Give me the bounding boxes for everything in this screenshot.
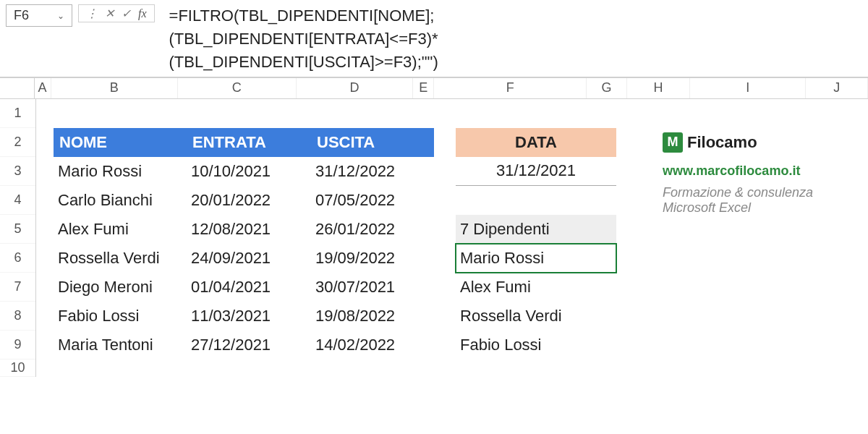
table-row: Mario Rossi 10/10/2021 31/12/2022 31/12/…: [36, 157, 868, 186]
col-header[interactable]: D: [297, 78, 414, 98]
cell[interactable]: Rossella Verdi: [54, 244, 187, 273]
cell[interactable]: Maria Tentoni: [54, 331, 187, 359]
col-header[interactable]: H: [627, 78, 691, 98]
data-header[interactable]: DATA: [456, 128, 616, 157]
formula-line: =FILTRO(TBL_DIPENDENTI[NOME];: [169, 4, 438, 27]
tagline: Formazione & consulenza Microsoft Excel: [658, 186, 868, 215]
table-row: [36, 99, 868, 128]
cell[interactable]: [36, 331, 54, 359]
cell[interactable]: Diego Meroni: [54, 273, 187, 302]
cell[interactable]: [616, 128, 658, 157]
cell[interactable]: 27/12/2021: [187, 331, 311, 359]
formula-bar-buttons: ⋮ ✕ ✓ fx: [78, 4, 155, 22]
table-row: Fabio Lossi 11/03/2021 19/08/2022 Rossel…: [36, 302, 868, 331]
cell[interactable]: 31/12/2022: [311, 157, 434, 186]
cell[interactable]: 20/01/2022: [187, 186, 311, 215]
row-header[interactable]: 5: [0, 215, 35, 244]
spreadsheet-grid: A B C D E F G H I J 1 2 3 4 5 6 7 8 9 10: [0, 77, 868, 377]
confirm-icon[interactable]: ✓: [119, 7, 134, 20]
select-all-corner[interactable]: [0, 78, 35, 98]
table-row: Carlo Bianchi 20/01/2022 07/05/2022 Form…: [36, 186, 868, 215]
cell[interactable]: [616, 157, 658, 186]
cell[interactable]: [434, 273, 456, 302]
col-header[interactable]: J: [806, 78, 868, 98]
fx-icon[interactable]: fx: [135, 7, 150, 20]
count-label[interactable]: 7 Dipendenti: [456, 215, 616, 244]
row-header[interactable]: 4: [0, 186, 35, 215]
table-header-uscita[interactable]: USCITA: [311, 128, 434, 157]
col-header[interactable]: B: [51, 78, 178, 98]
row-header[interactable]: 9: [0, 331, 35, 359]
cell[interactable]: Alex Fumi: [54, 215, 187, 244]
row-header[interactable]: 2: [0, 128, 35, 157]
cell[interactable]: 11/03/2021: [187, 302, 311, 331]
logo-icon: M: [663, 132, 683, 153]
cell[interactable]: [456, 186, 616, 215]
table-header-nome[interactable]: NOME: [54, 128, 187, 157]
table-row: Rossella Verdi 24/09/2021 19/09/2022 Mar…: [36, 244, 868, 273]
cell[interactable]: 24/09/2021: [187, 244, 311, 273]
row-header[interactable]: 7: [0, 273, 35, 302]
cell[interactable]: Alex Fumi: [456, 273, 616, 302]
cell[interactable]: 19/09/2022: [311, 244, 434, 273]
cell[interactable]: [36, 157, 54, 186]
dots-icon[interactable]: ⋮: [83, 7, 101, 20]
formula-line: (TBL_DIPENDENTI[USCITA]>=F3);""): [169, 51, 438, 74]
cell[interactable]: [434, 331, 456, 359]
row-headers: 1 2 3 4 5 6 7 8 9 10: [0, 99, 36, 377]
cell[interactable]: [434, 186, 456, 215]
table-row: NOME ENTRATA USCITA DATA M Filocamo: [36, 128, 868, 157]
data-value[interactable]: 31/12/2021: [456, 157, 616, 186]
col-header[interactable]: I: [690, 78, 806, 98]
cell[interactable]: 07/05/2022: [311, 186, 434, 215]
cell[interactable]: Carlo Bianchi: [54, 186, 187, 215]
cell[interactable]: [434, 157, 456, 186]
col-header[interactable]: C: [178, 78, 297, 98]
logo: M Filocamo: [658, 128, 868, 157]
cell[interactable]: [434, 244, 456, 273]
chevron-down-icon[interactable]: ⌄: [57, 11, 64, 21]
column-headers: A B C D E F G H I J: [0, 77, 868, 99]
table-row: Diego Meroni 01/04/2021 30/07/2021 Alex …: [36, 273, 868, 302]
cell[interactable]: 14/02/2022: [311, 331, 434, 359]
cell[interactable]: Rossella Verdi: [456, 302, 616, 331]
cell[interactable]: Fabio Lossi: [456, 331, 616, 359]
col-header[interactable]: E: [413, 78, 434, 98]
row-header[interactable]: 8: [0, 302, 35, 331]
table-header-entrata[interactable]: ENTRATA: [187, 128, 311, 157]
col-header[interactable]: F: [434, 78, 587, 98]
cell[interactable]: 12/08/2021: [187, 215, 311, 244]
row-header[interactable]: 1: [0, 99, 35, 128]
cell[interactable]: [434, 215, 456, 244]
table-row: Alex Fumi 12/08/2021 26/01/2022 7 Dipend…: [36, 215, 868, 244]
cell[interactable]: 19/08/2022: [311, 302, 434, 331]
col-header[interactable]: A: [35, 78, 51, 98]
row-header[interactable]: 3: [0, 157, 35, 186]
website-link[interactable]: www.marcofilocamo.it: [658, 157, 868, 186]
selected-cell[interactable]: Mario Rossi: [456, 244, 616, 273]
cell[interactable]: Fabio Lossi: [54, 302, 187, 331]
cell[interactable]: [36, 186, 54, 215]
cell[interactable]: Mario Rossi: [54, 157, 187, 186]
formula-bar: F6 ⌄ ⋮ ✕ ✓ fx =FILTRO(TBL_DIPENDENTI[NOM…: [0, 0, 868, 77]
cell[interactable]: [36, 302, 54, 331]
cell[interactable]: 01/04/2021: [187, 273, 311, 302]
cell[interactable]: 30/07/2021: [311, 273, 434, 302]
name-box[interactable]: F6 ⌄: [6, 4, 72, 27]
cell[interactable]: [36, 273, 54, 302]
cancel-icon[interactable]: ✕: [102, 7, 117, 20]
name-box-value: F6: [14, 8, 29, 23]
row-header[interactable]: 6: [0, 244, 35, 273]
cell[interactable]: 26/01/2022: [311, 215, 434, 244]
cell[interactable]: [36, 215, 54, 244]
cell[interactable]: [434, 128, 456, 157]
cell[interactable]: [36, 128, 54, 157]
cell[interactable]: [616, 186, 658, 215]
row-header[interactable]: 10: [0, 359, 35, 377]
col-header[interactable]: G: [587, 78, 626, 98]
cell[interactable]: [36, 244, 54, 273]
sheet-cells[interactable]: NOME ENTRATA USCITA DATA M Filocamo Mari…: [36, 99, 868, 377]
cell[interactable]: [434, 302, 456, 331]
formula-text[interactable]: =FILTRO(TBL_DIPENDENTI[NOME]; (TBL_DIPEN…: [156, 4, 438, 74]
cell[interactable]: 10/10/2021: [187, 157, 311, 186]
